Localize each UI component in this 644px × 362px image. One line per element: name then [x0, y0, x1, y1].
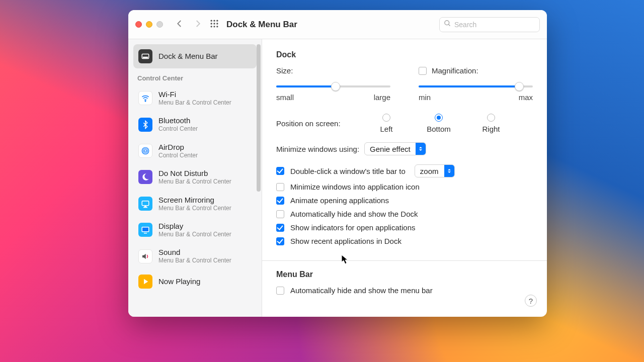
minimize-into-icon-checkbox[interactable] [276, 183, 284, 191]
minimize-window-button[interactable] [146, 21, 152, 28]
sidebar-section-header: Control Center [133, 68, 257, 85]
chevron-updown-icon [444, 165, 454, 177]
animate-opening-checkbox[interactable] [276, 197, 284, 205]
bluetooth-icon [138, 118, 152, 132]
svg-marker-24 [448, 169, 451, 170]
search-field[interactable] [439, 17, 540, 32]
svg-point-0 [211, 20, 212, 21]
svg-point-9 [445, 21, 449, 25]
sidebar-item-bluetooth[interactable]: BluetoothControl Center [133, 111, 257, 137]
screen-mirroring-icon [138, 197, 152, 211]
sidebar-item-dock-menu-bar[interactable]: Dock & Menu Bar [133, 44, 257, 68]
content-pane: Dock Size: smalllarge Magnification: [262, 39, 547, 317]
window-title: Dock & Menu Bar [226, 20, 297, 30]
magnification-label: Magnification: [432, 66, 478, 75]
svg-point-8 [216, 26, 218, 27]
speaker-icon [138, 249, 152, 263]
autohide-dock-checkbox[interactable] [276, 210, 284, 218]
dock-icon [138, 49, 152, 63]
display-icon [138, 223, 152, 237]
autohide-menubar-checkbox[interactable] [276, 287, 284, 295]
svg-point-2 [216, 20, 218, 21]
sidebar-item-label: Dock & Menu Bar [158, 52, 218, 61]
position-left-radio[interactable] [382, 114, 390, 122]
minimize-using-label: Minimize windows using: [276, 145, 359, 153]
svg-marker-23 [419, 149, 422, 151]
sidebar-scrollbar[interactable] [257, 44, 261, 312]
help-button[interactable]: ? [525, 295, 537, 307]
play-icon [138, 275, 152, 289]
svg-point-14 [144, 150, 147, 152]
sidebar: Dock & Menu Bar Control Center Wi-FiMenu… [128, 39, 262, 317]
svg-rect-17 [142, 201, 149, 206]
doubleclick-action-popup[interactable]: zoom [415, 164, 455, 177]
sidebar-item-now-playing[interactable]: Now Playing [133, 269, 257, 294]
back-button[interactable] [175, 19, 184, 30]
sidebar-item-screen-mirroring[interactable]: Screen MirroringMenu Bar & Control Cente… [133, 191, 257, 217]
position-right-radio[interactable] [487, 114, 495, 122]
svg-marker-18 [144, 206, 147, 207]
svg-point-6 [211, 26, 212, 27]
search-input[interactable] [454, 21, 535, 29]
doubleclick-checkbox[interactable] [276, 167, 284, 175]
titlebar: Dock & Menu Bar [128, 10, 547, 39]
magnification-slider[interactable] [419, 82, 533, 91]
sidebar-item-airdrop[interactable]: AirDropControl Center [133, 138, 257, 164]
show-all-icon[interactable] [209, 19, 219, 31]
divider [262, 260, 547, 261]
close-window-button[interactable] [135, 21, 142, 28]
dock-heading: Dock [276, 50, 533, 59]
indicators-checkbox[interactable] [276, 224, 284, 232]
window-controls [135, 21, 163, 28]
svg-point-7 [213, 26, 215, 27]
preferences-window: Dock & Menu Bar Dock & Menu Bar Control … [128, 10, 547, 317]
svg-line-10 [448, 24, 450, 26]
svg-marker-22 [419, 147, 422, 148]
airdrop-icon [138, 144, 152, 158]
menubar-heading: Menu Bar [276, 270, 533, 279]
svg-rect-12 [143, 57, 148, 58]
moon-icon [138, 170, 152, 184]
size-slider[interactable] [276, 82, 390, 91]
sidebar-item-dnd[interactable]: Do Not DisturbMenu Bar & Control Center [133, 164, 257, 190]
nav-arrows [175, 19, 202, 30]
search-icon [444, 20, 451, 29]
chevron-updown-icon [416, 143, 426, 155]
svg-point-3 [211, 23, 212, 24]
sidebar-item-display[interactable]: DisplayMenu Bar & Control Center [133, 217, 257, 243]
forward-button[interactable] [193, 19, 202, 30]
svg-rect-19 [142, 227, 149, 232]
position-label: Position on screen: [276, 119, 352, 128]
minimize-using-popup[interactable]: Genie effect [364, 142, 426, 155]
svg-point-13 [145, 101, 146, 102]
mouse-cursor [341, 254, 348, 264]
wifi-icon [138, 91, 152, 105]
svg-marker-25 [448, 171, 451, 173]
sidebar-item-wifi[interactable]: Wi-FiMenu Bar & Control Center [133, 85, 257, 111]
svg-point-5 [216, 23, 218, 24]
svg-point-15 [143, 148, 148, 153]
recent-apps-checkbox[interactable] [276, 237, 284, 245]
sidebar-item-sound[interactable]: SoundMenu Bar & Control Center [133, 243, 257, 269]
position-bottom-radio[interactable] [435, 114, 443, 122]
size-label: Size: [276, 66, 293, 75]
zoom-window-button[interactable] [156, 21, 163, 28]
svg-point-1 [213, 20, 215, 21]
svg-point-4 [213, 23, 215, 24]
svg-marker-21 [144, 279, 148, 284]
magnification-checkbox[interactable] [419, 67, 427, 75]
